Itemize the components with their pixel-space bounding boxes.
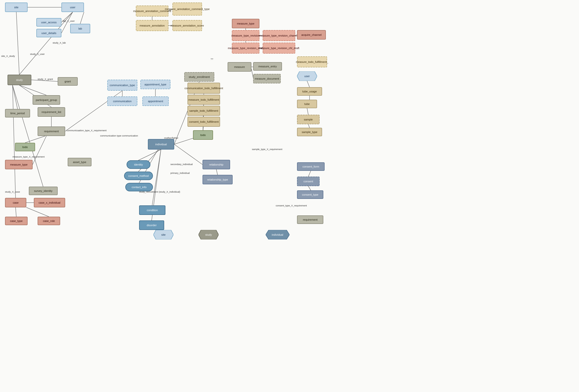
- node-user[interactable]: user: [61, 3, 84, 12]
- node-sample-type[interactable]: sample_type: [297, 128, 322, 136]
- svg-line-31: [251, 69, 253, 78]
- svg-line-40: [308, 124, 310, 128]
- svg-text:site: site: [161, 233, 165, 236]
- label-lab-x-user: lab_X_user: [63, 20, 75, 22]
- node-grant[interactable]: grant: [58, 77, 78, 86]
- svg-text:user: user: [304, 75, 310, 78]
- node-measure-type-revision-draft[interactable]: measure_type_revision_draft: [232, 43, 259, 54]
- node-relationship[interactable]: relationship: [203, 160, 230, 169]
- node-site[interactable]: site: [5, 3, 28, 12]
- node-study-enrollment[interactable]: study_enrollment: [184, 72, 214, 82]
- node-acquire-channel[interactable]: acquire_channel: [297, 30, 326, 40]
- node-requirement-right[interactable]: requirement: [297, 215, 323, 224]
- svg-line-3: [80, 12, 84, 24]
- node-user-access[interactable]: user_access: [36, 18, 61, 27]
- svg-line-27: [216, 169, 218, 175]
- svg-line-45: [307, 108, 308, 115]
- svg-line-42: [308, 186, 311, 190]
- node-site-bottom[interactable]: site: [153, 230, 173, 239]
- node-consent-type[interactable]: consent_type: [297, 190, 323, 199]
- node-measure[interactable]: measure: [228, 62, 251, 72]
- svg-line-7: [19, 85, 46, 95]
- node-relationship-type[interactable]: relationship_type: [203, 175, 233, 184]
- node-asset-type[interactable]: asset_type: [68, 158, 91, 166]
- node-consent[interactable]: consent: [297, 177, 320, 186]
- label-??: ??: [211, 58, 213, 60]
- label-primary-individual: primary_individual: [170, 172, 190, 174]
- node-measure-annotation-score[interactable]: measure_annotation_score: [172, 20, 202, 31]
- node-consent-todo-fulfillment[interactable]: consent_todo_fulfillment: [187, 117, 220, 127]
- node-consent-method[interactable]: consent_method: [124, 172, 153, 180]
- node-survey-identity[interactable]: survey_identity: [29, 187, 58, 195]
- node-communication-type[interactable]: communication_type: [107, 80, 137, 91]
- node-sample-todo-fulfillment[interactable]: sample_todo_fulfillment: [187, 106, 220, 116]
- connections-layer: [0, 0, 579, 392]
- label-sample-type-x-req: sample_type_X_requirement: [252, 148, 282, 151]
- node-todo-center[interactable]: todo: [193, 130, 213, 140]
- svg-line-17: [26, 207, 49, 217]
- node-communication-todo-fulfillment[interactable]: communication_todo_fulfillment: [187, 83, 220, 94]
- node-measure-type-left[interactable]: measure_type: [5, 160, 33, 169]
- node-measure-type-revision-chl-draft[interactable]: measure_type_revision_chl_draft: [263, 43, 295, 54]
- node-appointment[interactable]: appointment: [142, 96, 169, 106]
- node-individual[interactable]: individual: [148, 139, 174, 150]
- node-tube-usage[interactable]: tube_usage: [297, 87, 322, 96]
- node-identity[interactable]: identity: [127, 160, 150, 169]
- node-study[interactable]: study: [8, 75, 31, 85]
- svg-text:study: study: [205, 233, 212, 236]
- node-measure-type-revision[interactable]: measure_type_revision: [232, 30, 259, 41]
- node-disorder[interactable]: disorder: [139, 220, 164, 230]
- node-lab[interactable]: lab: [70, 24, 90, 33]
- node-measure-type-revision-channel[interactable]: measure_type_revision_channel: [263, 30, 295, 41]
- node-contact-info[interactable]: contact_info: [125, 183, 153, 191]
- node-condition[interactable]: condition: [139, 205, 165, 215]
- node-appointment-type[interactable]: appointment_type: [140, 80, 170, 89]
- svg-text:individual: individual: [272, 233, 283, 236]
- svg-line-11: [25, 136, 45, 143]
- svg-line-26: [174, 144, 203, 165]
- node-case-type[interactable]: case_type: [5, 217, 28, 225]
- node-time-period[interactable]: time_period: [5, 109, 30, 117]
- node-todo-left[interactable]: todo: [15, 143, 35, 151]
- node-case[interactable]: case: [5, 198, 26, 207]
- svg-line-14: [13, 85, 16, 198]
- node-case-role[interactable]: case_role: [38, 217, 60, 225]
- node-user-details[interactable]: user_details: [36, 29, 61, 37]
- label-study-x-lab: study_X_lab: [53, 41, 66, 44]
- node-measure-document[interactable]: measure_document: [253, 74, 281, 83]
- label-measure-type-x-req: measure_type_X_requirement: [13, 155, 45, 158]
- label-mother-father: mother/father: [164, 137, 178, 139]
- node-communication[interactable]: communication: [107, 96, 137, 106]
- node-case-x-individual[interactable]: case_x_individual: [34, 198, 65, 207]
- svg-line-43: [307, 81, 310, 87]
- label-site-x-study: site_X_study: [1, 55, 15, 57]
- label-study-x-grant: study_X_grant: [38, 78, 53, 80]
- node-participant-group[interactable]: participant_group: [33, 95, 60, 105]
- svg-line-4: [16, 12, 19, 75]
- schema-diagram: site user user_access user_details lab l…: [0, 0, 579, 392]
- node-sample[interactable]: sample: [297, 115, 320, 124]
- node-requirement[interactable]: requirement: [38, 126, 65, 136]
- label-study-recruitment: study_recruitment (study_X_individual): [139, 190, 180, 193]
- svg-line-41: [308, 171, 311, 177]
- node-study-bottom[interactable]: study: [199, 230, 219, 239]
- node-measure-annotation[interactable]: measure_annotation: [136, 20, 168, 31]
- node-measure-todo-fulfillment[interactable]: measure_todo_fulfillment: [187, 95, 220, 105]
- label-comm-type-comm: communication type communication: [99, 134, 139, 137]
- node-requirement-list[interactable]: requirement_list: [38, 107, 65, 117]
- node-measure-annotation-comment[interactable]: measure_annotation_comment: [136, 6, 168, 17]
- node-measure-type-right[interactable]: measure_type: [232, 19, 259, 28]
- label-study-x-user: study_X_user: [30, 53, 45, 55]
- label-consent-type-x-req: consent_type_X_requirement: [276, 204, 307, 207]
- label-study-x-case: study_X_case: [5, 190, 20, 193]
- node-measure-annotation-comment-type[interactable]: measure_annotation_comment_type: [172, 3, 202, 16]
- node-measure-todo-fulfillment-right[interactable]: measure_todo_fulfillment_: [297, 56, 327, 67]
- node-measure-entry[interactable]: measure_entry: [253, 62, 282, 71]
- svg-line-24: [152, 150, 161, 205]
- node-individual-bottom[interactable]: individual: [266, 230, 289, 239]
- node-tube[interactable]: tube: [297, 100, 317, 108]
- node-user-right[interactable]: user: [297, 71, 317, 81]
- svg-line-21: [138, 150, 161, 160]
- node-consent-form[interactable]: consent_form: [297, 162, 325, 171]
- label-comm-type-x-req: communicaation_type_X_requirement: [66, 129, 107, 132]
